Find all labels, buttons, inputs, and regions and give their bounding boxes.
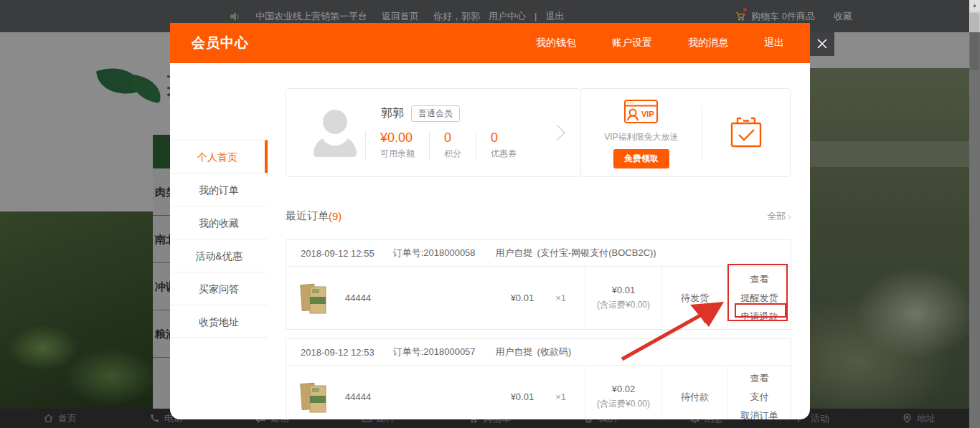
modal-title: 会员中心	[192, 34, 249, 52]
nav-logout[interactable]: 退出	[764, 37, 784, 49]
scrollbar-up-arrow[interactable]: ▲	[969, 0, 980, 11]
modal-body: 个人首页 我的订单 我的收藏 活动&优惠 买家问答 收货地址 郭郭 普通会员	[170, 63, 810, 419]
view-order-link[interactable]: 查看	[750, 273, 769, 286]
all-orders-link[interactable]: 全部	[767, 210, 786, 223]
order-payment-method: (支付宝-网银支付(BOCB2C))	[537, 247, 656, 260]
user-name: 郭郭	[381, 106, 404, 121]
nav-my-messages[interactable]: 我的消息	[688, 37, 728, 49]
product-name[interactable]: 44444	[345, 391, 371, 402]
pay-order-link[interactable]: 支付	[750, 391, 769, 404]
nav-my-wallet[interactable]: 我的钱包	[536, 37, 576, 49]
cancel-order-link[interactable]: 取消订单	[741, 409, 778, 420]
speaker-icon	[230, 11, 241, 22]
sidebar-item-activities[interactable]: 活动&优惠	[170, 239, 268, 272]
product-quantity: ×1	[555, 391, 566, 402]
request-refund-link[interactable]: 申请退款	[741, 310, 778, 323]
topbar-divider: |	[534, 11, 537, 22]
calendar-check-icon[interactable]	[730, 117, 763, 148]
logout-link[interactable]: 退出	[545, 10, 564, 23]
favorites-link[interactable]: 收藏	[834, 10, 852, 23]
product-price: ¥0.01	[511, 293, 534, 303]
svg-text:VIP: VIP	[641, 110, 654, 118]
order-status: 待付款	[661, 366, 727, 419]
topbar-cart[interactable]: 购物车 0件商品	[735, 10, 815, 23]
order-number: 订单号:2018000058	[393, 247, 476, 260]
vip-card: VIP VIP福利限免大放送 免费领取	[580, 88, 791, 177]
member-center-modal: 会员中心 我的钱包 账户设置 我的消息 退出 个人首页 我的订单 我的收藏 活动…	[170, 23, 810, 419]
sidebar-item-personal-home[interactable]: 个人首页	[170, 140, 268, 173]
chevron-right-icon: ›	[788, 211, 791, 222]
remind-shipment-link[interactable]: 提醒发货	[741, 292, 778, 305]
product-quantity: ×1	[555, 293, 566, 303]
sidebar-item-my-orders[interactable]: 我的订单	[170, 173, 268, 206]
stat-coupons[interactable]: 0 优惠券	[476, 130, 531, 160]
profile-card: 郭郭 普通会员 ¥0.00 可用余额 0 积分	[286, 88, 581, 177]
modal-sidebar: 个人首页 我的订单 我的收藏 活动&优惠 买家问答 收货地址	[170, 63, 268, 419]
vip-caption: VIP福利限免大放送	[604, 131, 678, 143]
greeting-text: 你好，郭郭	[433, 10, 480, 23]
stat-points[interactable]: 0 积分	[429, 130, 476, 160]
cart-count-text: 购物车 0件商品	[751, 10, 815, 23]
order-shipping-note: (含运费¥0.00)	[597, 398, 650, 410]
points-label: 积分	[444, 148, 461, 160]
view-order-link[interactable]: 查看	[750, 372, 769, 385]
site-title: 中国农业线上营销第一平台	[255, 10, 367, 23]
back-home-link[interactable]: 返回首页	[382, 10, 419, 23]
sidebar-item-my-favorites[interactable]: 我的收藏	[170, 206, 268, 239]
order-number: 订单号:2018000057	[393, 346, 476, 358]
product-thumbnail[interactable]	[298, 281, 332, 315]
order-total: ¥0.01	[612, 285, 636, 295]
close-icon	[816, 38, 828, 49]
close-modal-button[interactable]	[810, 32, 834, 56]
order-shipping-note: (含运费¥0.00)	[597, 299, 650, 311]
cart-icon	[735, 11, 746, 22]
modal-content: 郭郭 普通会员 ¥0.00 可用余额 0 积分	[268, 63, 810, 419]
balance-value: ¥0.00	[380, 130, 415, 146]
order-delivery-method: 用户自提	[496, 346, 533, 358]
recent-orders-count: (9)	[329, 210, 341, 222]
balance-label: 可用余额	[380, 148, 415, 160]
nav-account-settings[interactable]: 账户设置	[612, 37, 652, 49]
order-payment-method: (收款码)	[537, 346, 572, 358]
order-datetime: 2018-09-12 12:53	[301, 347, 374, 358]
member-level-badge: 普通会员	[411, 105, 460, 122]
user-center-link[interactable]: 用户中心	[489, 10, 526, 23]
order-total: ¥0.02	[612, 384, 636, 394]
product-name[interactable]: 44444	[345, 293, 371, 303]
order-row: 2018-09-12 12:55 订单号:2018000058 用户自提 (支付…	[286, 239, 791, 330]
cart-badge-dot	[743, 8, 747, 11]
avatar	[311, 108, 359, 157]
order-status: 待发货	[661, 267, 727, 329]
sidebar-item-buyer-qa[interactable]: 买家问答	[170, 272, 268, 305]
free-claim-button[interactable]: 免费领取	[613, 149, 669, 168]
order-delivery-method: 用户自提	[496, 247, 533, 260]
sidebar-item-shipping-address[interactable]: 收货地址	[170, 305, 268, 338]
modal-header: 会员中心 我的钱包 账户设置 我的消息 退出	[170, 23, 810, 63]
recent-orders-title: 最近订单	[286, 209, 329, 223]
order-row: 2018-09-12 12:53 订单号:2018000057 用户自提 (收款…	[286, 338, 791, 419]
coupons-value: 0	[491, 130, 517, 146]
product-thumbnail[interactable]	[298, 380, 332, 414]
vip-icon: VIP	[623, 98, 659, 126]
order-datetime: 2018-09-12 12:55	[301, 248, 374, 259]
stat-balance[interactable]: ¥0.00 可用余额	[365, 130, 429, 160]
product-price: ¥0.01	[511, 391, 534, 402]
coupons-label: 优惠券	[491, 148, 517, 160]
modal-nav: 我的钱包 账户设置 我的消息 退出	[536, 37, 788, 49]
points-value: 0	[444, 130, 461, 146]
chevron-right-icon[interactable]	[550, 125, 566, 141]
